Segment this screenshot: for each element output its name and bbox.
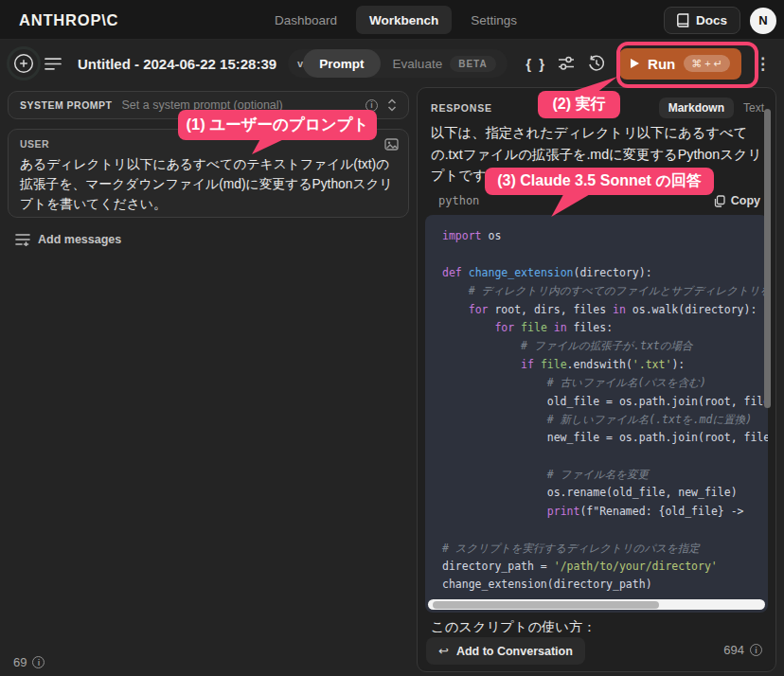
history-button[interactable]	[581, 48, 612, 79]
overflow-menu-button[interactable]: ⋮	[751, 54, 775, 74]
toolbar: Untitled - 2024-06-22 15:28:39 v1 Prompt…	[0, 40, 784, 87]
nav-item-workbench[interactable]: Workbench	[356, 6, 452, 34]
nav-right: Docs N	[664, 7, 776, 34]
system-prompt-label: SYSTEM PROMPT	[20, 99, 113, 111]
code-content: import os def change_extension(directory…	[442, 227, 768, 595]
user-message-text[interactable]: あるディレクトリ以下にあるすべてのテキストファイル(txt)の拡張子を、マークダ…	[20, 154, 397, 214]
return-arrow-icon: ↩	[438, 644, 449, 658]
response-token-count: 694 i	[723, 643, 762, 657]
variables-button[interactable]: { }	[521, 48, 551, 79]
prompt-title[interactable]: Untitled - 2024-06-22 15:28:39	[78, 56, 276, 72]
workbench-page: ANTHROP\C Dashboard Workbench Settings D…	[0, 0, 784, 676]
top-nav: ANTHROP\C Dashboard Workbench Settings D…	[0, 0, 784, 40]
nav-item-settings[interactable]: Settings	[457, 6, 530, 34]
play-icon	[631, 59, 639, 68]
annotation-1-label: (1) ユーザーのプロンプト	[187, 115, 369, 135]
prompt-token-count: 69 i	[13, 655, 45, 669]
annotation-user-prompt: (1) ユーザーのプロンプト	[178, 110, 377, 140]
nav-item-dashboard[interactable]: Dashboard	[261, 6, 350, 34]
mode-switcher: v1 Prompt Evaluate BETA	[288, 49, 508, 78]
info-icon[interactable]: i	[750, 644, 762, 656]
annotation-2-label: (2) 実行	[553, 95, 606, 115]
tab-evaluate[interactable]: Evaluate	[393, 57, 443, 71]
copy-label: Copy	[731, 194, 760, 207]
add-to-conversation-button[interactable]: ↩ Add to Conversation	[426, 637, 585, 665]
expand-icon[interactable]	[387, 98, 397, 112]
run-shortcut-badge: ⌘ + ↵	[684, 55, 730, 72]
prompt-token-value: 69	[13, 655, 27, 669]
copy-icon	[714, 195, 725, 207]
avatar[interactable]: N	[750, 8, 776, 34]
response-label: RESPONSE	[431, 102, 492, 114]
run-button[interactable]: Run ⌘ + ↵	[619, 48, 741, 80]
horizontal-scrollbar[interactable]	[428, 599, 765, 610]
code-block[interactable]: import os def change_extension(directory…	[425, 215, 768, 613]
code-header: python Copy	[438, 194, 760, 207]
list-icon	[45, 57, 62, 71]
sliders-icon	[557, 55, 576, 72]
copy-button[interactable]: Copy	[714, 194, 760, 207]
response-token-value: 694	[723, 643, 744, 657]
vertical-scrollbar-thumb[interactable]	[764, 109, 771, 408]
braces-icon: { }	[526, 56, 546, 72]
anthropic-logo: ANTHROP\C	[19, 0, 118, 40]
tab-prompt[interactable]: Prompt	[303, 49, 380, 78]
user-message-box[interactable]: USER あるディレクトリ以下にあるすべてのテキストファイル(txt)の拡張子を…	[8, 129, 409, 218]
markdown-toggle[interactable]: Markdown	[659, 98, 734, 118]
model-settings-button[interactable]	[551, 48, 581, 79]
beta-badge: BETA	[450, 56, 495, 72]
text-toggle[interactable]: Text	[743, 101, 764, 115]
code-language-label: python	[438, 194, 479, 207]
annotation-3-label: (3) Claude 3.5 Sonnet の回答	[497, 171, 702, 191]
docs-label: Docs	[696, 13, 727, 27]
response-bottom-bar: ↩ Add to Conversation 694 i	[419, 632, 775, 670]
annotation-claude-response: (3) Claude 3.5 Sonnet の回答	[485, 168, 714, 195]
annotation-run: (2) 実行	[538, 91, 620, 118]
add-to-conversation-label: Add to Conversation	[456, 645, 573, 658]
history-icon	[587, 54, 606, 73]
add-messages-label: Add messages	[38, 233, 121, 246]
nav-tabs: Dashboard Workbench Settings	[261, 6, 530, 34]
add-messages-icon	[15, 233, 30, 246]
prompt-list-button[interactable]	[38, 48, 68, 79]
run-label: Run	[648, 56, 675, 72]
plus-circle-icon	[11, 51, 36, 76]
horizontal-scrollbar-thumb[interactable]	[433, 601, 659, 609]
book-icon	[677, 13, 689, 27]
kebab-icon: ⋮	[755, 55, 771, 73]
new-prompt-button[interactable]	[9, 49, 38, 78]
docs-button[interactable]: Docs	[664, 7, 740, 34]
info-icon[interactable]: i	[32, 656, 45, 668]
add-messages-button[interactable]: Add messages	[15, 233, 121, 246]
attach-image-icon[interactable]	[384, 138, 399, 151]
